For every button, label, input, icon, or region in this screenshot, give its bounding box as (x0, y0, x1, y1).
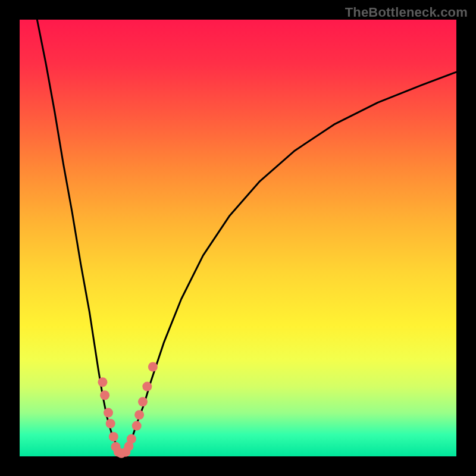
data-marker (104, 408, 113, 418)
data-marker (132, 421, 142, 431)
curve-group (37, 20, 456, 454)
chart-frame: TheBottleneck.com (0, 0, 476, 476)
data-marker (142, 382, 152, 392)
data-marker (148, 362, 158, 372)
data-marker (98, 377, 107, 387)
data-marker (127, 434, 136, 444)
chart-svg (0, 0, 476, 476)
data-marker (138, 397, 148, 406)
marker-group (98, 362, 157, 458)
data-marker (100, 390, 109, 400)
data-marker (109, 432, 118, 441)
curve-right-branch (120, 72, 456, 454)
data-marker (106, 419, 115, 428)
data-marker (134, 410, 144, 419)
curve-left-branch (37, 20, 120, 454)
